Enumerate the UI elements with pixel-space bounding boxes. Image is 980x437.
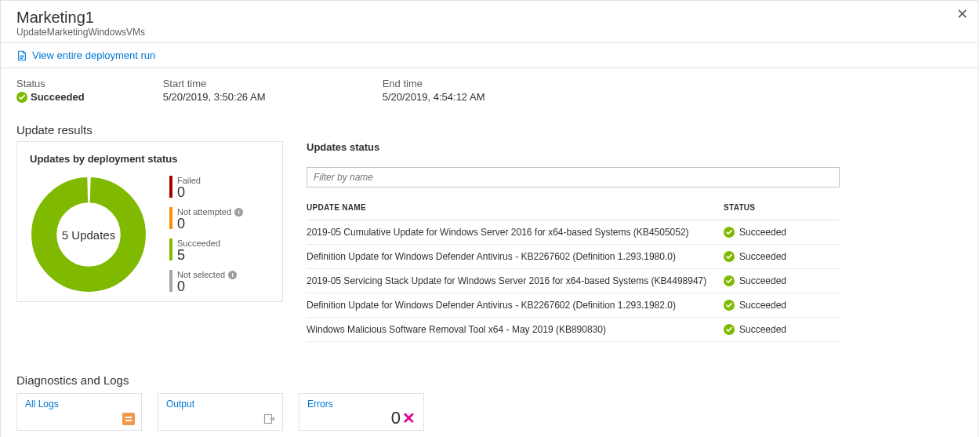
update-name-cell: 2019-05 Servicing Stack Update for Windo… xyxy=(307,269,724,293)
update-results-title: Update results xyxy=(16,123,962,137)
col-update-name[interactable]: UPDATE NAME xyxy=(307,195,724,220)
update-status-cell: Succeeded xyxy=(724,269,840,293)
update-name-cell: 2019-05 Cumulative Update for Windows Se… xyxy=(307,220,724,245)
chart-row: 5 Updates Failed 0 xyxy=(30,176,270,293)
end-time-value: 5/20/2019, 4:54:12 AM xyxy=(383,91,485,103)
start-time-label: Start time xyxy=(163,78,304,89)
diagnostics-cards: All Logs Output Errors xyxy=(16,393,962,431)
end-time-label: End time xyxy=(383,78,485,89)
end-time-block: End time 5/20/2019, 4:54:12 AM xyxy=(383,78,485,103)
update-status-cell: Succeeded xyxy=(724,245,840,269)
donut-chart: 5 Updates xyxy=(30,176,147,293)
donut-legend: Failed 0 Not attempted i 0 xyxy=(169,176,243,293)
filter-input[interactable] xyxy=(307,167,840,188)
svg-rect-3 xyxy=(125,420,132,421)
updates-table: UPDATE NAME STATUS 2019-05 Cumulative Up… xyxy=(307,195,840,342)
legend-not-selected-value: 0 xyxy=(177,279,237,293)
legend-failed-value: 0 xyxy=(177,185,201,199)
updates-status-title: Updates status xyxy=(307,141,840,153)
success-icon xyxy=(724,275,735,286)
status-text: Succeeded xyxy=(31,91,85,103)
legend-not-selected-label: Not selected i xyxy=(177,270,237,279)
results-row: Updates by deployment status 5 Updates xyxy=(16,141,962,342)
view-deployment-link[interactable]: View entire deployment run xyxy=(32,49,155,61)
success-icon xyxy=(724,251,735,262)
output-card[interactable]: Output xyxy=(158,393,283,431)
legend-not-selected: Not selected i 0 xyxy=(169,270,243,293)
diagnostics-section: Diagnostics and Logs All Logs Output xyxy=(16,373,962,431)
errors-value-wrap: 0 ✕ xyxy=(391,408,416,428)
page-title: Marketing1 xyxy=(16,9,962,27)
legend-not-attempted: Not attempted i 0 xyxy=(169,207,243,231)
update-status-cell: Succeeded xyxy=(724,318,840,342)
info-icon[interactable]: i xyxy=(228,271,237,279)
status-block: Status Succeeded xyxy=(16,78,85,103)
all-logs-card[interactable]: All Logs xyxy=(16,393,142,431)
page-subtitle: UpdateMarketingWindowsVMs xyxy=(16,27,962,38)
error-x-icon: ✕ xyxy=(402,409,416,428)
start-time-value: 5/20/2019, 3:50:26 AM xyxy=(163,91,304,103)
summary-row: Status Succeeded Start time 5/20/2019, 3… xyxy=(16,78,962,103)
start-time-block: Start time 5/20/2019, 3:50:26 AM xyxy=(163,78,304,103)
all-logs-label: All Logs xyxy=(25,399,133,410)
table-row[interactable]: Definition Update for Windows Defender A… xyxy=(307,245,840,269)
success-icon xyxy=(16,92,27,103)
update-name-cell: Windows Malicious Software Removal Tool … xyxy=(307,318,724,342)
update-status-cell: Succeeded xyxy=(724,293,840,318)
legend-failed: Failed 0 xyxy=(169,176,243,199)
legend-color-not-attempted xyxy=(169,207,172,229)
legend-not-attempted-value: 0 xyxy=(177,217,243,231)
table-row[interactable]: Definition Update for Windows Defender A… xyxy=(307,293,840,318)
success-icon xyxy=(724,324,735,335)
legend-not-attempted-label: Not attempted i xyxy=(177,207,243,217)
diagnostics-title: Diagnostics and Logs xyxy=(16,373,962,387)
logs-icon xyxy=(122,413,135,425)
card-title: Updates by deployment status xyxy=(30,153,270,165)
info-icon[interactable]: i xyxy=(234,208,243,217)
status-value: Succeeded xyxy=(16,91,85,103)
errors-card[interactable]: Errors 0 ✕ xyxy=(299,393,424,431)
blade-panel: ✕ Marketing1 UpdateMarketingWindowsVMs V… xyxy=(0,0,978,437)
table-row[interactable]: Windows Malicious Software Removal Tool … xyxy=(307,318,840,342)
legend-succeeded: Succeeded 5 xyxy=(169,239,243,262)
legend-color-failed xyxy=(169,176,172,198)
output-label: Output xyxy=(166,399,274,410)
update-status-cell: Succeeded xyxy=(724,220,840,245)
legend-color-not-selected xyxy=(169,270,172,292)
command-bar: View entire deployment run xyxy=(1,43,978,68)
table-row[interactable]: 2019-05 Servicing Stack Update for Windo… xyxy=(307,269,840,293)
updates-status-section: Updates status UPDATE NAME STATUS 2019-0… xyxy=(307,141,840,342)
close-icon[interactable]: ✕ xyxy=(956,7,968,21)
table-row[interactable]: 2019-05 Cumulative Update for Windows Se… xyxy=(307,220,840,245)
update-name-cell: Definition Update for Windows Defender A… xyxy=(307,245,724,269)
document-icon xyxy=(16,50,27,61)
legend-succeeded-value: 5 xyxy=(177,248,220,262)
legend-color-succeeded xyxy=(169,239,172,260)
success-icon xyxy=(724,300,735,311)
update-name-cell: Definition Update for Windows Defender A… xyxy=(307,293,724,318)
blade-body: Status Succeeded Start time 5/20/2019, 3… xyxy=(1,68,978,437)
deployment-status-card: Updates by deployment status 5 Updates xyxy=(16,141,283,302)
errors-count: 0 xyxy=(391,408,401,428)
col-status[interactable]: STATUS xyxy=(724,195,840,220)
status-label: Status xyxy=(16,78,85,89)
blade-header: ✕ Marketing1 UpdateMarketingWindowsVMs xyxy=(1,1,978,43)
success-icon xyxy=(724,227,735,238)
export-icon xyxy=(263,413,276,425)
donut-center-label: 5 Updates xyxy=(30,176,147,293)
svg-rect-2 xyxy=(125,417,132,418)
